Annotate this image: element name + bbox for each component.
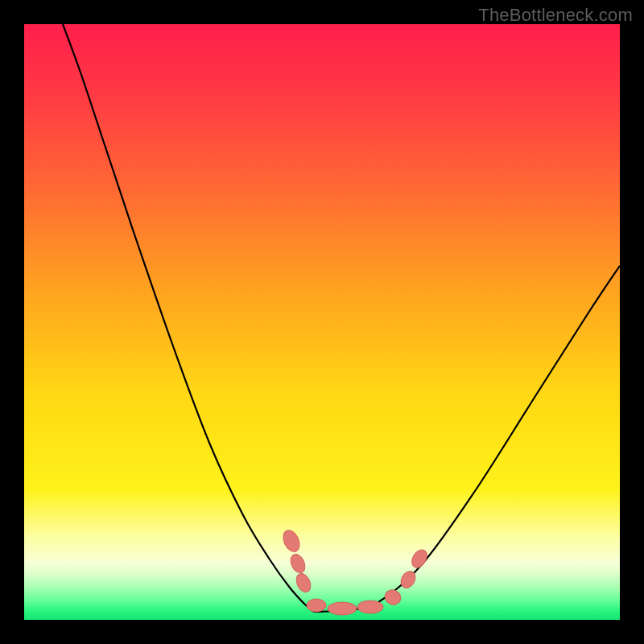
marker-3 [307,599,326,612]
watermark-text: TheBottleneck.com [478,5,633,26]
gradient-background [24,24,620,620]
chart-svg [24,24,620,620]
outer-frame: TheBottleneck.com [0,0,644,644]
chart-plot-area [24,24,620,620]
marker-4 [328,602,357,615]
marker-5 [357,601,383,613]
